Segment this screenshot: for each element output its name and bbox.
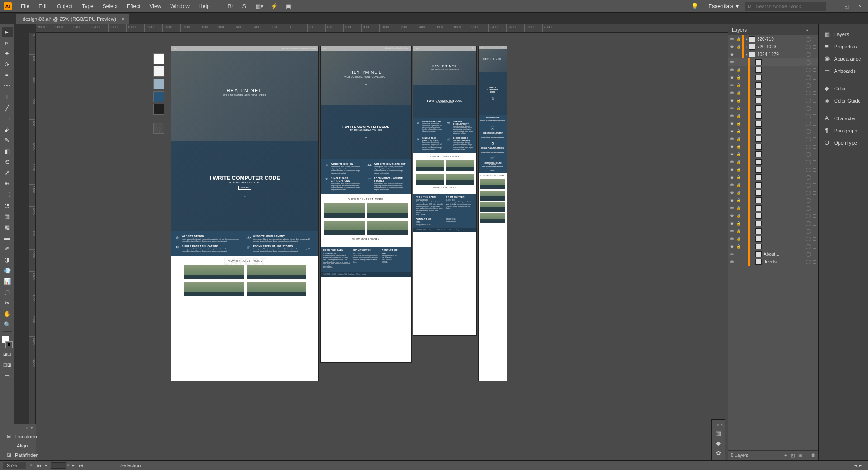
close-button[interactable]: ✕	[854, 2, 864, 10]
layer-row[interactable]: 👁🔒	[728, 174, 818, 181]
minimize-button[interactable]: —	[829, 2, 839, 10]
maximize-button[interactable]: ◱	[842, 2, 852, 10]
gradient-tool[interactable]: ▬	[2, 233, 13, 243]
stroke-swatch[interactable]	[5, 341, 13, 348]
menu-edit[interactable]: Edit	[34, 3, 52, 9]
gpu-icon[interactable]: ⚡	[269, 2, 280, 11]
layer-row[interactable]: 👁🔒	[728, 104, 818, 112]
draw-mode-icon[interactable]: ◫◪	[2, 360, 13, 370]
close-icon[interactable]: ✕	[30, 426, 34, 430]
layer-row[interactable]: 👁🔒▸320-719	[728, 35, 818, 43]
shape-builder-tool[interactable]: ◔	[2, 200, 13, 210]
menu-file[interactable]: File	[16, 3, 34, 9]
menu-object[interactable]: Object	[52, 3, 77, 9]
collapse-icon[interactable]: «	[717, 423, 719, 427]
layer-row[interactable]: 👁🔒	[728, 166, 818, 174]
layer-row[interactable]: 👁🔒	[728, 235, 818, 243]
layer-row[interactable]: 👁🔒	[728, 143, 818, 150]
line-tool[interactable]: ╱	[2, 103, 13, 113]
zoom-tool[interactable]: 🔍	[2, 320, 13, 329]
scale-tool[interactable]: ⤢	[2, 168, 13, 178]
scroll-left-icon[interactable]: ◂	[854, 463, 857, 468]
panel-menu-icon[interactable]: ≡	[812, 27, 815, 33]
rotate-tool[interactable]: ⟲	[2, 157, 13, 167]
panel-tab-color[interactable]: ◆Color	[819, 82, 868, 94]
layer-row[interactable]: 👁🔒	[728, 120, 818, 127]
eyedropper-tool[interactable]: ✐	[2, 244, 13, 254]
pathfinder-tab[interactable]: ◪Pathfinder	[3, 450, 36, 460]
delete-layer-icon[interactable]: 🗑	[811, 453, 816, 458]
layer-row[interactable]: 👁devels...	[728, 258, 818, 266]
clip-mask-icon[interactable]: ◰	[791, 453, 795, 458]
mesh-tool[interactable]: ▩	[2, 222, 13, 232]
panel-tab-layers[interactable]: ▦Layers	[819, 28, 868, 40]
menu-view[interactable]: View	[145, 3, 166, 9]
layer-row[interactable]: 👁🔒	[728, 127, 818, 135]
magic-wand-tool[interactable]: ✦	[2, 48, 13, 58]
align-tab[interactable]: ≡Align	[3, 441, 36, 450]
mini-icon-1[interactable]: ▦	[712, 428, 725, 438]
eraser-tool[interactable]: ◧	[2, 146, 13, 156]
color-mode-icon[interactable]: ◪◫	[2, 349, 13, 359]
layer-row[interactable]: 👁🔒	[728, 89, 818, 97]
next-artboard-icon[interactable]: ▸	[70, 462, 76, 468]
layer-row[interactable]: 👁🔒	[728, 81, 818, 89]
panel-tab-paragraph[interactable]: ¶Paragraph	[819, 124, 868, 136]
menu-type[interactable]: Type	[77, 3, 98, 9]
layer-row[interactable]: 👁🔒	[728, 212, 818, 220]
bridge-icon[interactable]: Br	[225, 2, 236, 11]
fill-stroke-swatch[interactable]	[2, 336, 13, 348]
menu-select[interactable]: Select	[98, 3, 122, 9]
layer-row[interactable]: 👁	[728, 58, 818, 66]
scroll-right-icon[interactable]: ▸	[859, 463, 862, 468]
layer-row[interactable]: 👁🔒	[728, 74, 818, 81]
mini-icon-2[interactable]: ◆	[712, 438, 725, 448]
layer-row[interactable]: 👁🔒	[728, 150, 818, 158]
artboard-nav-field[interactable]	[51, 462, 66, 469]
collapse-icon[interactable]: »	[26, 426, 28, 430]
workspace-dropdown[interactable]: Essentials▾	[702, 3, 745, 9]
symbol-sprayer-tool[interactable]: 💨	[2, 265, 13, 275]
shaper-tool[interactable]: ✎	[2, 135, 13, 145]
transform-tab[interactable]: ⊞Transform	[3, 432, 36, 441]
layer-row[interactable]: 👁🔒	[728, 181, 818, 189]
layer-row[interactable]: 👁About...	[728, 250, 818, 258]
layer-row[interactable]: 👁🔒	[728, 220, 818, 227]
lasso-tool[interactable]: ⟳	[2, 59, 13, 69]
layer-row[interactable]: 👁🔒▸720-1023	[728, 43, 818, 51]
menu-window[interactable]: Window	[166, 3, 194, 9]
last-artboard-icon[interactable]: ⏭	[77, 463, 84, 468]
menu-effect[interactable]: Effect	[122, 3, 145, 9]
hand-tool[interactable]: ✋	[2, 309, 13, 319]
locate-icon[interactable]: ⌖	[784, 453, 787, 458]
blend-tool[interactable]: ◑	[2, 254, 13, 264]
panel-tab-opentype[interactable]: OOpenType	[819, 136, 868, 149]
selection-tool[interactable]: ▸	[2, 27, 13, 37]
close-icon[interactable]: ✕	[720, 423, 723, 427]
layer-row[interactable]: 👁🔒	[728, 158, 818, 166]
prev-artboard-icon[interactable]: ◂	[43, 462, 49, 468]
zoom-dropdown[interactable]: 25%	[3, 462, 26, 469]
panel-tab-artboards[interactable]: ▭Artboards	[819, 65, 868, 77]
panel-tab-appearance[interactable]: ◉Appearance	[819, 52, 868, 65]
layer-row[interactable]: 👁▾1024-1279	[728, 51, 818, 58]
curvature-tool[interactable]: 〰	[2, 81, 13, 91]
paintbrush-tool[interactable]: 🖌	[2, 124, 13, 134]
free-transform-tool[interactable]: ⛶	[2, 189, 13, 199]
collapse-icon[interactable]: »	[805, 27, 808, 33]
lightbulb-icon[interactable]: 💡	[689, 2, 700, 11]
screen-icon[interactable]: ▣	[283, 2, 294, 11]
layer-row[interactable]: 👁🔒	[728, 197, 818, 204]
direct-selection-tool[interactable]: ▹	[2, 38, 13, 47]
arrange-docs-icon[interactable]: ▦▾	[254, 2, 265, 11]
screen-mode-icon[interactable]: ▭	[2, 371, 13, 381]
panel-tab-properties[interactable]: ≡Properties	[819, 40, 868, 52]
layer-row[interactable]: 👁🔒	[728, 243, 818, 250]
graph-tool[interactable]: 📊	[2, 276, 13, 286]
layer-row[interactable]: 👁🔒	[728, 66, 818, 74]
type-tool[interactable]: T	[2, 92, 13, 102]
layer-row[interactable]: 👁🔒	[728, 112, 818, 120]
layer-row[interactable]: 👁🔒	[728, 189, 818, 197]
slice-tool[interactable]: ✂	[2, 298, 13, 308]
width-tool[interactable]: ≋	[2, 179, 13, 188]
